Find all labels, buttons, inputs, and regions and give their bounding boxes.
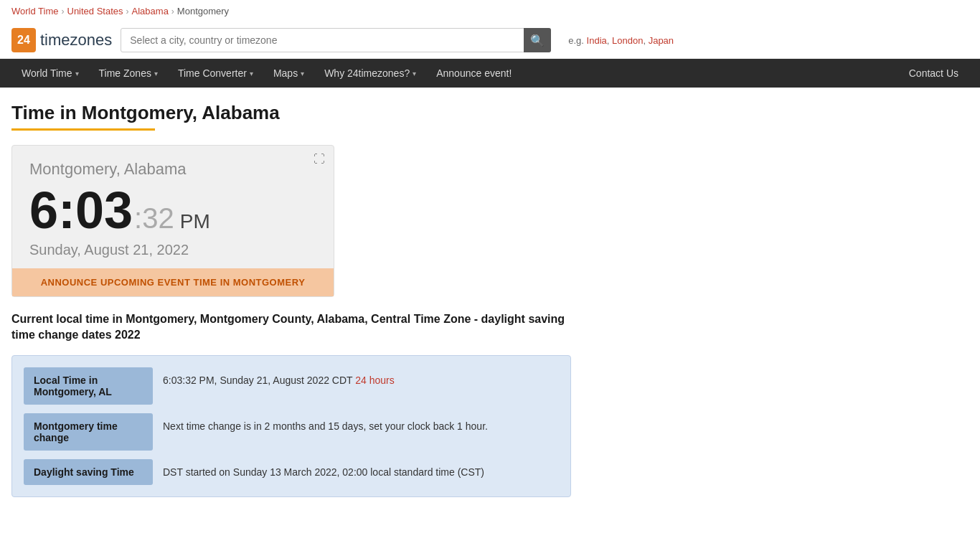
eg-london[interactable]: London xyxy=(612,35,643,46)
info-paragraph: Current local time in Montgomery, Montgo… xyxy=(11,311,585,344)
nav-announce[interactable]: Announce event! xyxy=(426,59,522,88)
nav-time-converter[interactable]: Time Converter ▾ xyxy=(168,59,263,88)
breadcrumb-united-states[interactable]: United States xyxy=(67,6,123,17)
nav-time-converter-chevron: ▾ xyxy=(250,70,253,77)
eg-suggestions: e.g. India, London, Japan xyxy=(568,35,674,46)
logo[interactable]: 24 timezones xyxy=(11,28,112,52)
nav-items: World Time ▾ Time Zones ▾ Time Converter… xyxy=(11,59,899,88)
breadcrumb-sep-1: › xyxy=(62,6,65,17)
table-label-local-time: Local Time in Montgomery, AL xyxy=(24,367,153,405)
search-input[interactable] xyxy=(121,28,551,52)
nav-world-time-chevron: ▾ xyxy=(75,70,79,77)
clock-ampm: PM xyxy=(180,210,210,233)
nav-maps[interactable]: Maps ▾ xyxy=(263,59,314,88)
breadcrumb: World Time › United States › Alabama › M… xyxy=(0,0,980,22)
page-title: Time in Montgomery, Alabama xyxy=(11,102,849,124)
clock-hours-mins: 6:03 xyxy=(29,184,133,236)
24hours-link[interactable]: 24 hours xyxy=(355,375,394,386)
table-value-time-change: Next time change is in 2 months and 15 d… xyxy=(153,413,559,439)
breadcrumb-world-time[interactable]: World Time xyxy=(11,6,59,17)
eg-japan[interactable]: Japan xyxy=(649,35,674,46)
breadcrumb-sep-3: › xyxy=(171,6,174,17)
search-icon: 🔍 xyxy=(530,34,545,47)
nav-world-time[interactable]: World Time ▾ xyxy=(11,59,89,88)
table-value-local-time: 6:03:32 PM, Sunday 21, August 2022 CDT 2… xyxy=(153,367,559,393)
nav-why[interactable]: Why 24timezones? ▾ xyxy=(314,59,426,88)
clock-seconds: :32 xyxy=(134,202,174,235)
logo-number: 24 xyxy=(11,28,36,52)
breadcrumb-alabama[interactable]: Alabama xyxy=(132,6,169,17)
eg-india[interactable]: India xyxy=(587,35,607,46)
table-row: Daylight saving Time DST started on Sund… xyxy=(24,459,559,485)
breadcrumb-sep-2: › xyxy=(126,6,129,17)
expand-icon[interactable]: ⛶ xyxy=(314,153,325,166)
clock-card: ⛶ Montgomery, Alabama 6:03 :32 PM Sunday… xyxy=(11,145,334,297)
header: 24 timezones 🔍 e.g. India, London, Japan xyxy=(0,22,980,59)
main-content: Time in Montgomery, Alabama ⛶ Montgomery… xyxy=(0,88,861,512)
info-table: Local Time in Montgomery, AL 6:03:32 PM,… xyxy=(11,355,571,497)
clock-city: Montgomery, Alabama xyxy=(29,160,316,179)
clock-date: Sunday, August 21, 2022 xyxy=(29,242,316,258)
table-row: Local Time in Montgomery, AL 6:03:32 PM,… xyxy=(24,367,559,405)
table-value-dst: DST started on Sunday 13 March 2022, 02:… xyxy=(153,459,559,485)
clock-time-row: 6:03 :32 PM xyxy=(29,184,316,236)
nav-maps-chevron: ▾ xyxy=(301,70,304,77)
table-label-time-change: Montgomery time change xyxy=(24,413,153,451)
nav-time-zones[interactable]: Time Zones ▾ xyxy=(89,59,168,88)
title-underline xyxy=(11,128,155,131)
search-container: 🔍 xyxy=(121,28,551,52)
breadcrumb-current: Montgomery xyxy=(177,6,229,17)
announce-button[interactable]: ANNOUNCE UPCOMING EVENT TIME IN MONTGOME… xyxy=(12,268,334,296)
table-label-dst: Daylight saving Time xyxy=(24,459,153,485)
nav-contact[interactable]: Contact Us xyxy=(899,59,969,88)
table-row: Montgomery time change Next time change … xyxy=(24,413,559,451)
nav-time-zones-chevron: ▾ xyxy=(154,70,158,77)
search-button[interactable]: 🔍 xyxy=(524,28,551,52)
nav-why-chevron: ▾ xyxy=(413,70,416,77)
logo-text: timezones xyxy=(40,31,112,50)
main-nav: World Time ▾ Time Zones ▾ Time Converter… xyxy=(0,59,980,88)
